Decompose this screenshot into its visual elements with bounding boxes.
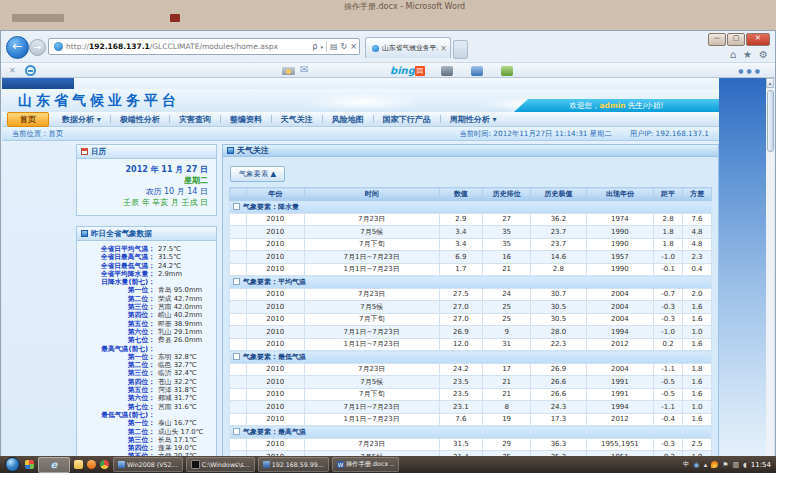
group-checkbox[interactable]: [233, 278, 240, 285]
section-header-row-value: [155, 278, 158, 286]
restricted-zone-icon[interactable]: [25, 65, 36, 76]
toolbar-app-icon-1[interactable]: [441, 66, 453, 76]
table-cell: 2010: [246, 338, 304, 351]
table-cell: 19: [483, 413, 531, 426]
table-cell: 1974: [586, 213, 653, 226]
section-header-row-value: [155, 345, 158, 353]
stat-row-value: 24.2℃: [155, 262, 181, 270]
table-cell: 28.0: [531, 326, 586, 339]
compatibility-icon[interactable]: ▤: [330, 42, 338, 51]
tray-flag-icon[interactable]: ⚑: [722, 461, 728, 469]
background-window-title: 操作手册.docx - Microsoft Word: [344, 1, 465, 12]
panel-icon: [227, 147, 234, 154]
table-cell: 3.4: [439, 238, 482, 251]
group-checkbox[interactable]: [233, 428, 240, 435]
toolbar-app-icon-2[interactable]: [471, 66, 483, 76]
row-checkbox-cell: [230, 326, 247, 339]
table-cell: 1.6: [683, 301, 712, 314]
taskbar-button-3[interactable]: W操作手册.docx ..: [332, 457, 399, 472]
nav-item-7[interactable]: 国家下行产品: [374, 114, 440, 125]
background-window-toolbar: [12, 14, 64, 22]
chevron-down-icon[interactable]: ▾: [321, 44, 324, 50]
rank-row-label: 第一位：: [77, 286, 155, 294]
taskbar-button-1[interactable]: C:\Windows\s...: [186, 457, 255, 472]
table-cell: 2010: [246, 288, 304, 301]
toolbar-app-icon-3[interactable]: [501, 66, 513, 76]
search-icon[interactable]: ρ: [312, 42, 317, 51]
table-cell: 35: [483, 238, 531, 251]
page-scrollbar[interactable]: ▴ ▾: [766, 78, 774, 472]
tray-globe-icon[interactable]: ◉: [694, 461, 700, 469]
element-dropdown-button[interactable]: 气象要素 ▲: [230, 166, 285, 182]
taskbar-folder-icon[interactable]: [74, 460, 83, 469]
table-cell: 25: [483, 313, 531, 326]
mail-icon[interactable]: ✉: [300, 64, 308, 75]
rank-row: 第四位：苍山 32.2℃: [77, 378, 213, 386]
bing-box-icon[interactable]: 回: [415, 66, 425, 76]
tray-network-icon[interactable]: ▥: [732, 461, 739, 469]
nav-item-3[interactable]: 灾害查询: [170, 114, 220, 125]
table-cell: 1.6: [683, 376, 712, 389]
url-scheme: http://: [66, 42, 89, 51]
rank-row: 第三位：临沂 32.4℃: [77, 369, 213, 377]
group-checkbox[interactable]: [233, 353, 240, 360]
nav-item-5[interactable]: 天气关注: [272, 114, 322, 125]
row-checkbox-cell: [230, 438, 247, 451]
calendar-ganzhi: 壬辰 年 辛亥 月 壬戌 日: [85, 197, 208, 208]
taskbar-ie-button[interactable]: e: [38, 457, 70, 473]
favorites-star-icon[interactable]: ★: [743, 49, 752, 60]
forward-button[interactable]: →: [29, 39, 46, 56]
nav-item-2[interactable]: 极端性分析: [111, 114, 169, 125]
table-cell: 24.3: [531, 401, 586, 414]
taskbar-button-2[interactable]: 192.168.59.99...: [258, 457, 329, 472]
yesterday-weather-panel: 昨日全省气象数据 全省日平均气温：27.5℃全省日最高气温：31.5℃全省日最低…: [76, 226, 217, 468]
nav-item-4[interactable]: 整编资料: [221, 114, 271, 125]
more-options-icon[interactable]: ●●●: [738, 67, 763, 74]
nav-item-0[interactable]: 首页: [7, 112, 49, 127]
refresh-icon[interactable]: ↻: [341, 42, 348, 51]
tab-close-icon[interactable]: ×: [440, 44, 447, 53]
browser-tab[interactable]: 山东省气候业务平... ×: [365, 37, 451, 58]
taskbar-clock[interactable]: 11:54: [751, 461, 771, 469]
table-cell: 2004: [586, 363, 653, 376]
nav-item-1[interactable]: 数据分析 ▾: [53, 114, 110, 125]
new-tab-button[interactable]: [453, 40, 468, 59]
rank-row: 第二位：临邑 32.7℃: [77, 361, 213, 369]
nav-item-6[interactable]: 风险地图: [323, 114, 373, 125]
scrollbar-thumb[interactable]: [767, 90, 774, 152]
tray-volume-icon[interactable]: ◖: [743, 461, 747, 469]
scroll-up-icon[interactable]: ▴: [766, 78, 774, 88]
table-cell: 7月1日~7月23日: [304, 401, 439, 414]
ime-language-indicator[interactable]: 中: [683, 460, 690, 469]
taskbar-quad-icon[interactable]: [25, 460, 34, 469]
table-cell: 1990: [586, 238, 653, 251]
taskbar-button-icon: W: [337, 461, 344, 468]
nav-menu: 首页数据分析 ▾极端性分析灾害查询整编资料天气关注风险地图国家下行产品周期性分析…: [2, 112, 719, 127]
tray-flame-icon[interactable]: [711, 461, 718, 468]
nav-item-8[interactable]: 周期性分析 ▾: [441, 114, 506, 125]
taskbar-button-0[interactable]: Win2008 (VS2...: [113, 457, 183, 472]
taskbar-ball-icon[interactable]: [100, 460, 109, 469]
table-cell: 2012: [586, 338, 653, 351]
settings-gear-icon[interactable]: ⚙: [759, 49, 768, 60]
stop-icon[interactable]: ×: [350, 42, 357, 51]
row-checkbox-cell: [230, 413, 247, 426]
group-checkbox[interactable]: [233, 203, 240, 210]
table-cell: 12.0: [439, 338, 482, 351]
page-header: 山东省气候业务平台 欢迎您，admin 先生/小姐!: [2, 89, 719, 112]
rank-row-label: 第三位：: [77, 436, 155, 444]
address-bar[interactable]: http://192.168.137.1/GLCCLIMATE/modules/…: [48, 38, 360, 55]
rank-row: 第三位：莒南 42.0mm: [77, 303, 213, 311]
bing-logo[interactable]: bing: [390, 65, 415, 76]
rank-row-value: 长岛 17.1℃: [155, 436, 197, 444]
stat-row-label: 全省平均降水量：: [77, 270, 155, 278]
start-button[interactable]: [5, 457, 20, 472]
table-cell: 1.6: [683, 338, 712, 351]
back-button[interactable]: ←: [6, 36, 29, 59]
taskbar-orange-icon[interactable]: [87, 460, 96, 469]
home-icon[interactable]: ⌂: [730, 49, 736, 60]
camera-icon[interactable]: [282, 67, 295, 75]
toolbar-close-icon[interactable]: ✕: [9, 66, 16, 75]
tray-show-hidden-icon[interactable]: ▴: [704, 461, 708, 469]
rank-row-value: 蓬莱 19.0℃: [155, 444, 197, 452]
